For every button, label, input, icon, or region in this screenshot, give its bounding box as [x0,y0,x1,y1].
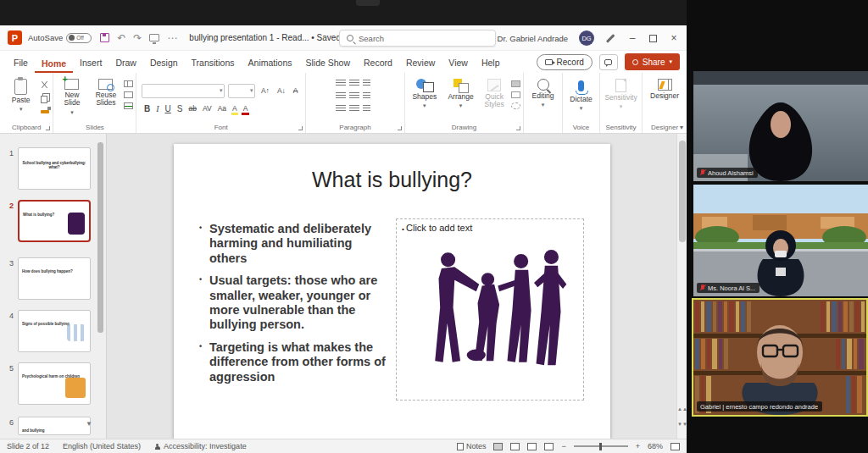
quick-styles-button[interactable]: Quick Styles [480,76,509,109]
accessibility-status[interactable]: Accessibility: Investigate [154,442,247,450]
change-case-button[interactable]: Aa [215,102,228,115]
normal-view-button[interactable] [493,443,503,450]
paragraph-dialog-launcher[interactable] [398,126,402,130]
align-center-icon[interactable] [349,92,359,100]
autosave-toggle[interactable]: Off [66,33,92,43]
shrink-font-button[interactable]: A↓ [275,85,287,97]
search-input[interactable]: Search [339,30,496,47]
thumbnail-item-2-selected[interactable]: 2 What is bullying? [0,200,91,242]
reset-icon[interactable] [124,91,133,98]
tab-design[interactable]: Design [143,53,185,73]
zoom-out-button[interactable]: − [561,442,565,450]
redo-icon[interactable]: ↷ [133,32,142,44]
thumbnail-item-6[interactable]: 6 and bullying [0,417,91,435]
section-icon[interactable] [124,102,133,109]
thumb-card[interactable]: School bullying and cyberbullying: what? [18,147,91,190]
indent-increase-icon[interactable] [363,92,370,100]
reading-view-button[interactable] [527,443,537,450]
font-color-button[interactable]: A [241,102,250,115]
slide-title[interactable]: What is bullying? [174,168,610,192]
save-icon[interactable] [100,33,109,42]
video-tile-participant-3-active[interactable]: Gabriel | ernesto campo redondo andrade [692,298,868,417]
font-size-select[interactable] [228,84,255,98]
scrollbar-thumb[interactable] [679,141,686,242]
autosave-control[interactable]: AutoSave Off [28,33,92,43]
thumb-card[interactable]: What is bullying? [18,200,91,242]
format-painter-icon[interactable] [41,110,49,113]
designer-button[interactable]: Designer [648,76,682,100]
copy-icon[interactable] [41,96,47,103]
thumbnail-item-4[interactable]: 4 Signs of possible bullying [0,310,91,352]
fit-to-window-button[interactable] [670,443,680,450]
slide-indicator[interactable]: Slide 2 of 12 [7,442,49,450]
tab-view[interactable]: View [442,53,475,73]
layout-icon[interactable] [124,80,133,87]
notes-button[interactable]: Notes [457,442,487,450]
record-button[interactable]: Record [537,54,593,70]
slideshow-view-button[interactable] [544,443,554,450]
close-button[interactable]: × [668,32,680,44]
paste-button[interactable]: Paste ▾ [4,76,38,113]
start-slideshow-icon[interactable] [149,34,159,41]
customize-qat-icon[interactable]: ⋯ [167,32,177,44]
tab-slideshow[interactable]: Slide Show [299,53,358,73]
video-tile-participant-1[interactable]: Ahoud Alshamsi [693,71,868,181]
undo-icon[interactable]: ↶ [117,32,125,44]
tab-file[interactable]: File [7,53,35,73]
slide-sorter-view-button[interactable] [510,443,520,450]
indent-decrease-icon[interactable] [363,80,370,87]
shape-effects-icon[interactable] [511,102,520,109]
maximize-button[interactable] [649,35,657,42]
zoom-slider[interactable] [574,445,628,447]
thumbnail-filter-arrow-icon[interactable]: ▼ [86,420,92,428]
zoom-slider-knob[interactable] [599,443,603,450]
new-slide-button[interactable]: New Slide ▾ [56,76,87,115]
italic-button[interactable]: I [154,102,161,115]
clipboard-dialog-launcher[interactable] [46,126,50,130]
clear-formatting-button[interactable]: A [291,85,300,97]
collapse-ribbon-icon[interactable]: ▾ [680,124,683,131]
sensitivity-button[interactable]: Sensitivity ▾ [604,76,638,110]
line-spacing-icon[interactable] [363,105,370,113]
dictate-button[interactable]: Dictate ▾ [565,76,597,112]
tab-insert[interactable]: Insert [73,53,108,73]
font-dialog-launcher[interactable] [298,126,303,130]
slide-area-scrollbar[interactable]: ▲▲ ▼▼ [676,134,687,439]
language-status[interactable]: English (United States) [63,442,141,450]
justify-icon[interactable] [349,105,359,113]
tab-draw[interactable]: Draw [108,53,143,73]
underline-button[interactable]: U [163,102,173,115]
thumb-card[interactable]: Signs of possible bullying [18,310,91,352]
thumbnail-item-5[interactable]: 5 Psychological harm on children [0,362,91,405]
tab-record[interactable]: Record [357,53,399,73]
highlight-color-button[interactable]: A [231,102,240,115]
ink-pen-icon[interactable] [606,34,615,42]
share-button[interactable]: Share ▾ [625,53,680,70]
slide-body-text[interactable]: Systematic and deliberately harming and … [199,222,390,392]
reuse-slides-button[interactable]: Reuse Slides [90,76,121,108]
zoom-level[interactable]: 68% [648,442,663,450]
strikethrough-button[interactable]: ab [186,102,198,115]
shape-outline-icon[interactable] [511,91,520,98]
tab-transitions[interactable]: Transitions [185,53,242,73]
comments-button[interactable] [599,54,618,70]
arrange-button[interactable]: Arrange ▾ [444,76,478,109]
thumb-card[interactable]: How does bullying happen? [18,257,91,300]
thumbnail-scrollbar[interactable] [97,142,103,333]
slide-editor[interactable]: What is bullying? Systematic and deliber… [174,144,610,439]
zoom-in-button[interactable]: + [636,442,640,450]
bullets-icon[interactable] [336,80,346,87]
thumb-card[interactable]: and bullying [18,417,91,435]
tab-home[interactable]: Home [35,54,73,74]
minimize-button[interactable]: – [626,32,638,44]
drawing-dialog-launcher[interactable] [516,126,520,130]
cut-icon[interactable] [41,80,49,89]
align-right-icon[interactable] [336,105,346,113]
thumb-card[interactable]: Psychological harm on children [18,362,91,405]
bold-button[interactable]: B [142,102,152,115]
tab-animations[interactable]: Animations [242,53,299,73]
editing-button[interactable]: Editing ▾ [526,76,559,108]
tab-help[interactable]: Help [475,53,507,73]
meeting-controls-notch[interactable] [356,0,380,6]
thumbnail-item-1[interactable]: 1 School bullying and cyberbullying: wha… [0,147,91,190]
